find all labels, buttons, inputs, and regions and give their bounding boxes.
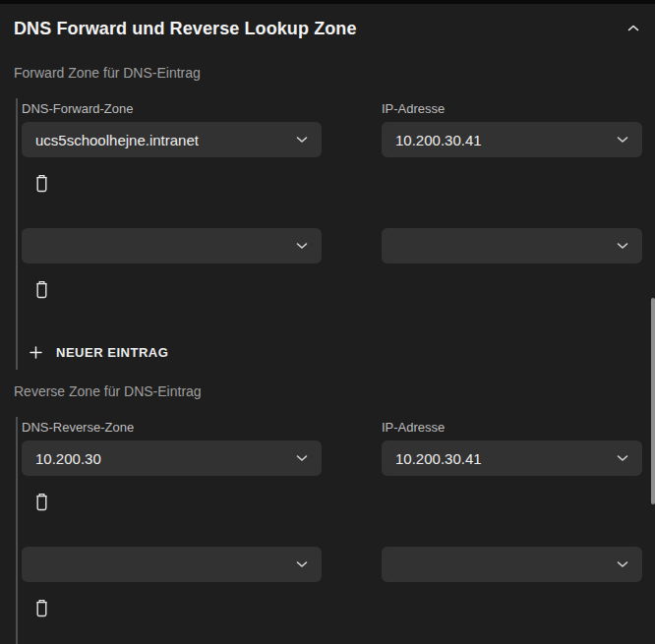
reverse-entry-row-2: [22, 547, 655, 582]
chevron-down-icon: [617, 454, 628, 462]
chevron-down-icon: [617, 242, 628, 250]
reverse-field-labels: DNS-Reverse-Zone IP-Adresse: [22, 417, 655, 437]
delete-entry-button[interactable]: [28, 169, 55, 197]
forward-entry-row-2: [22, 228, 655, 263]
reverse-row-2-actions: [22, 594, 655, 621]
delete-entry-button[interactable]: [28, 488, 55, 515]
ip-address-label: IP-Adresse: [382, 420, 642, 435]
forward-ip-address-value: 10.200.30.41: [395, 132, 482, 148]
dns-reverse-zone-select-empty[interactable]: [22, 547, 322, 582]
new-entry-label: NEUER EINTRAG: [56, 345, 168, 360]
accordion-header[interactable]: DNS Forward und Reverse Lookup Zone: [0, 4, 655, 53]
chevron-up-icon[interactable]: [627, 25, 639, 32]
ip-address-label: IP-Adresse: [382, 101, 642, 116]
forward-row-1-actions: [22, 169, 655, 197]
forward-section-label: Forward Zone für DNS-Eintrag: [14, 61, 655, 85]
forward-row-2-actions: [22, 275, 655, 303]
chevron-down-icon: [617, 560, 628, 568]
dns-reverse-zone-label: DNS-Reverse-Zone: [22, 420, 322, 435]
page-title: DNS Forward und Reverse Lookup Zone: [14, 19, 357, 39]
forward-field-labels: DNS-Forward-Zone IP-Adresse: [22, 98, 655, 118]
plus-icon: [30, 346, 42, 359]
reverse-row-1-actions: [22, 488, 655, 515]
forward-ip-address-select[interactable]: 10.200.30.41: [382, 122, 642, 157]
reverse-entry-row-1: 10.200.30 10.200.30.41: [22, 440, 655, 476]
dns-reverse-zone-select[interactable]: 10.200.30: [22, 440, 322, 476]
scrollbar-thumb[interactable]: [651, 298, 655, 504]
dns-forward-zone-select-empty[interactable]: [22, 228, 322, 263]
dns-reverse-zone-value: 10.200.30: [35, 450, 101, 467]
chevron-down-icon: [296, 454, 308, 462]
chevron-down-icon: [296, 560, 308, 568]
new-entry-button[interactable]: NEUER EINTRAG: [22, 345, 168, 360]
dns-forward-zone-value: ucs5schoolhejne.intranet: [35, 132, 199, 148]
reverse-zone-group: DNS-Reverse-Zone IP-Adresse 10.200.30 10…: [16, 417, 655, 644]
delete-entry-button[interactable]: [28, 594, 55, 621]
chevron-down-icon: [296, 242, 308, 250]
forward-ip-address-select-empty[interactable]: [382, 228, 642, 263]
reverse-ip-address-select[interactable]: 10.200.30.41: [382, 440, 642, 476]
reverse-ip-address-value: 10.200.30.41: [395, 450, 482, 467]
dns-forward-zone-label: DNS-Forward-Zone: [22, 101, 322, 116]
reverse-section-label: Reverse Zone für DNS-Eintrag: [14, 380, 655, 403]
trash-icon: [34, 599, 49, 617]
chevron-down-icon: [617, 136, 628, 144]
forward-zone-group: DNS-Forward-Zone IP-Adresse ucs5schoolhe…: [16, 98, 655, 370]
forward-new-entry-row: NEUER EINTRAG: [22, 334, 655, 370]
trash-icon: [34, 493, 49, 511]
trash-icon: [34, 280, 49, 299]
reverse-ip-address-select-empty[interactable]: [382, 547, 642, 582]
delete-entry-button[interactable]: [28, 275, 55, 303]
dns-forward-zone-select[interactable]: ucs5schoolhejne.intranet: [22, 122, 322, 157]
chevron-down-icon: [296, 136, 308, 144]
trash-icon: [34, 174, 49, 193]
forward-entry-row-1: ucs5schoolhejne.intranet 10.200.30.41: [22, 122, 655, 157]
